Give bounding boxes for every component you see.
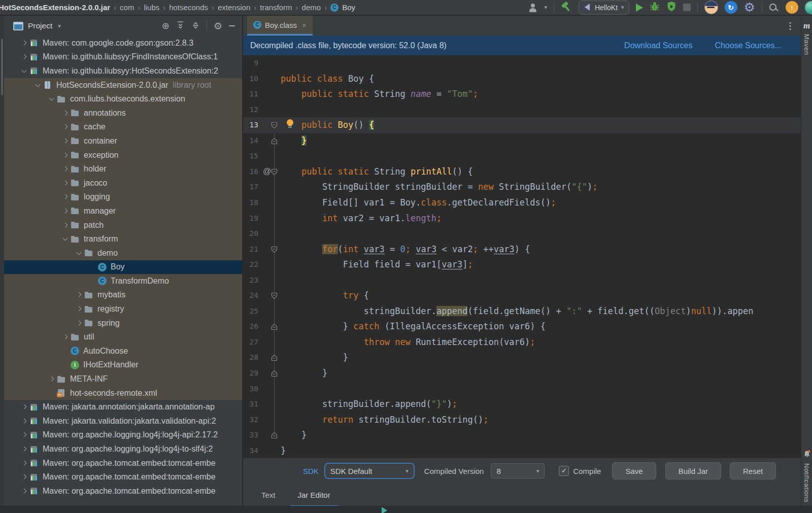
code-line[interactable]: 19 int var2 = var1.length; [243,211,801,226]
settings-gear-icon[interactable]: ⚙ [744,1,755,14]
chevron-down-icon[interactable] [48,95,56,103]
notifications-stripe-button[interactable]: Notifications [803,463,810,502]
tree-item[interactable]: Maven: jakarta.validation:jakarta.valida… [0,414,242,428]
ide-logo-icon[interactable] [805,1,812,14]
close-icon[interactable]: × [302,21,307,29]
fold-down-icon[interactable] [271,246,278,253]
line-number[interactable]: 26 [243,319,258,334]
line-number[interactable]: 29 [243,365,258,381]
line-number[interactable]: 21 [243,242,258,257]
tree-item[interactable]: hot-seconds-remote.xml [0,386,242,400]
code-line[interactable]: 32 return stringBuilder.toString(); [243,412,801,428]
tree-item[interactable]: Maven: com.google.code.gson:gson:2.8.3 [0,36,242,50]
chevron-right-icon[interactable] [61,207,70,215]
annotation-gutter-icon[interactable]: @ [263,164,271,180]
code-editor[interactable]: 910public class Boy {11 public static St… [243,55,801,458]
tree-item[interactable]: Maven: io.github.liubsyy:FindInstancesOf… [0,50,242,64]
tab-options-kebab-icon[interactable]: ⋮ [786,20,795,31]
breadcrumb-item[interactable]: com [120,3,134,12]
chevron-right-icon[interactable] [61,151,70,159]
tree-item[interactable]: com.liubs.hotseconds.extension [0,92,242,106]
chevron-right-icon[interactable] [20,459,28,467]
update-icon[interactable]: ↑ [786,1,798,14]
panel-gear-icon[interactable]: ⚙ [214,21,222,31]
chevron-right-icon[interactable] [61,179,70,187]
tree-item[interactable]: Maven: org.apache.tomcat.embed:tomcat-em… [0,470,242,484]
run-config-select[interactable]: HelloKt ▾ [579,1,629,15]
run-button[interactable] [636,4,643,12]
chevron-right-icon[interactable] [75,305,83,313]
line-number[interactable]: 10 [243,71,258,87]
code-line[interactable]: 23 [243,272,801,288]
code-line[interactable]: 20 [243,226,801,242]
line-number[interactable]: 23 [243,272,258,288]
code-line[interactable]: 17 StringBuilder stringBuilder = new Str… [243,179,801,195]
tree-item[interactable]: container [0,134,242,148]
breadcrumb-item[interactable]: Boy [342,3,355,12]
line-number[interactable]: 32 [243,412,258,428]
stop-button[interactable] [683,4,691,11]
line-number[interactable]: 24 [243,288,258,303]
line-number[interactable]: 12 [243,102,258,118]
code-line[interactable]: 22 Field field = var1[var3]; [243,257,801,272]
tree-item[interactable]: IIHotExtHandler [0,358,242,372]
tree-item[interactable]: Maven: org.apache.tomcat.embed:tomcat-em… [0,456,242,470]
fold-up-icon[interactable] [271,137,278,144]
line-number[interactable]: 22 [243,257,258,272]
fold-up-icon[interactable] [271,354,278,361]
chevron-right-icon[interactable] [61,193,70,201]
line-number[interactable]: 16 [243,164,258,180]
line-number[interactable]: 17 [243,179,258,195]
tree-item[interactable]: manager [0,204,242,218]
locate-file-icon[interactable]: ⊕ [162,21,170,30]
breadcrumb-item[interactable]: transform [260,3,292,12]
chevron-right-icon[interactable] [61,123,70,131]
cloud-sync-icon[interactable]: ↻ [725,1,737,14]
tree-item[interactable]: Maven: jakarta.annotation:jakarta.annota… [0,400,242,414]
code-line[interactable]: 9 [243,55,801,71]
fold-up-icon[interactable] [271,431,278,438]
chevron-right-icon[interactable] [20,417,28,425]
code-line[interactable]: 30 [243,381,801,397]
tree-item[interactable]: logging [0,190,242,204]
compiled-version-select[interactable]: 8 ▾ [491,463,545,478]
tree-item[interactable]: CTransformDemo [0,274,242,288]
line-number[interactable]: 20 [243,226,258,242]
maven-stripe-button[interactable]: Maven [803,34,810,55]
reset-button[interactable]: Reset [730,462,776,480]
code-line[interactable]: 33 } [243,427,801,443]
line-number[interactable]: 14 [243,133,258,149]
tree-item[interactable]: Maven: io.github.liubsyy:HotSecondsExten… [0,64,242,78]
chevron-right-icon[interactable] [20,445,28,453]
code-line[interactable]: 18 Field[] var1 = Boy.class.getDeclaredF… [243,195,801,211]
tree-item[interactable]: jacoco [0,176,242,190]
tree-item[interactable]: CBoy [0,260,242,275]
user-caret-icon[interactable]: ▾ [544,5,547,10]
line-number[interactable]: 33 [243,427,258,443]
tree-item[interactable]: holder [0,162,242,176]
line-number[interactable]: 9 [243,55,258,71]
scrollbar[interactable] [1,39,3,95]
debug-button[interactable] [650,1,660,14]
fold-up-icon[interactable] [271,323,278,330]
line-number[interactable]: 13 [243,117,258,133]
tree-item[interactable]: transform [0,232,242,246]
line-number[interactable]: 25 [243,303,258,319]
code-line[interactable]: 12 [243,102,801,118]
code-line[interactable]: 24 try { [243,288,801,303]
chevron-right-icon[interactable] [20,53,28,61]
chevron-right-icon[interactable] [20,487,28,495]
breadcrumb-item[interactable]: extension [218,3,250,12]
chevron-right-icon[interactable] [61,333,70,341]
code-line[interactable]: 16@ public static String printAll() { [243,164,801,180]
line-number[interactable]: 30 [243,381,258,397]
chevron-right-icon[interactable] [20,403,28,411]
chevron-right-icon[interactable] [75,319,83,327]
collapse-all-icon[interactable] [191,21,200,31]
code-line[interactable]: 27 throw new RuntimeException(var6); [243,334,801,350]
notifications-bell-icon[interactable] [803,450,811,460]
code-line[interactable]: 31 stringBuilder.append("}"); [243,396,801,412]
line-number[interactable]: 11 [243,86,258,102]
code-line[interactable]: 11 public static String name = "Tom"; [243,86,801,102]
tree-item[interactable]: patch [0,218,242,232]
